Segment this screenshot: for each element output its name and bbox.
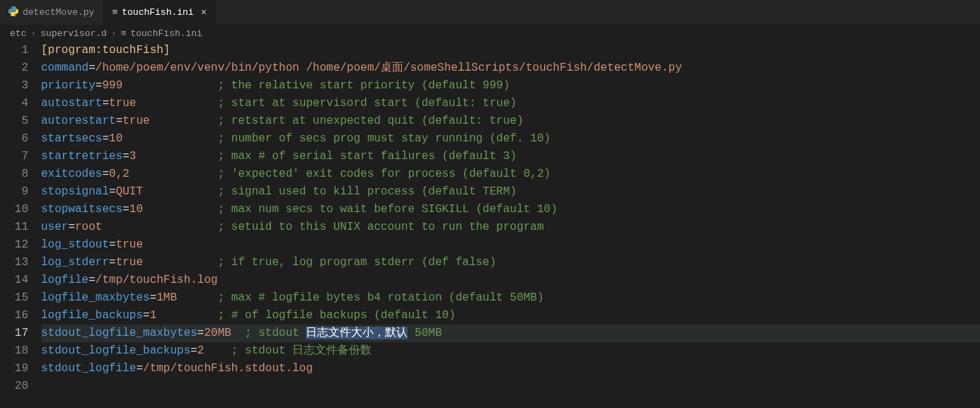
- ini-key: log_stderr: [41, 256, 109, 269]
- code-line[interactable]: autorestart=true ; retstart at unexpecte…: [41, 112, 980, 130]
- ini-value: true: [116, 238, 143, 251]
- ini-comment: ; start at supervisord start (default: t…: [218, 97, 517, 110]
- close-icon[interactable]: ×: [201, 7, 207, 18]
- equals: =: [68, 221, 75, 233]
- equals: =: [122, 150, 129, 163]
- line-number: 20: [0, 378, 28, 395]
- code-line[interactable]: startretries=3 ; max # of serial start f…: [41, 148, 980, 165]
- breadcrumb-segment[interactable]: supervisor.d: [40, 28, 107, 39]
- line-number: 5: [0, 112, 28, 130]
- editor-tabs: detectMove.py ≡ touchFish.ini ×: [0, 0, 980, 25]
- code-line[interactable]: stdout_logfile_maxbytes=20MB ; stdout 日志…: [41, 325, 980, 342]
- ini-value: QUIT: [116, 185, 143, 198]
- ini-key: stopsignal: [41, 185, 109, 198]
- padding: [136, 97, 217, 110]
- line-number: 9: [0, 183, 28, 201]
- padding: [204, 344, 231, 357]
- code-line[interactable]: stopsignal=QUIT ; signal used to kill pr…: [41, 183, 980, 201]
- chevron-right-icon: ›: [111, 28, 117, 39]
- ini-value: 20MB: [204, 327, 231, 339]
- equals: =: [136, 362, 143, 375]
- code-line[interactable]: user=root ; setuid to this UNIX account …: [41, 218, 980, 236]
- ini-value: 10: [109, 132, 122, 145]
- line-number: 16: [0, 307, 28, 325]
- code-line[interactable]: log_stderr=true ; if true, log program s…: [41, 254, 980, 272]
- ini-comment: ; max # logfile bytes b4 rotation (defau…: [218, 291, 544, 304]
- code-line[interactable]: stdout_logfile_backups=2 ; stdout 日志文件备份…: [41, 342, 980, 360]
- padding: [122, 132, 217, 145]
- ini-value: /tmp/touchFish.log: [96, 274, 218, 286]
- ini-key: log_stdout: [41, 238, 109, 251]
- line-number: 10: [0, 201, 28, 218]
- padding: [143, 185, 218, 198]
- equals: =: [109, 238, 116, 251]
- ini-value: 2: [197, 344, 204, 357]
- ini-key: stopwaitsecs: [41, 203, 122, 216]
- ini-value: 1MB: [156, 291, 177, 304]
- breadcrumb: etc › supervisor.d › ≡ touchFish.ini: [0, 25, 980, 42]
- code-line[interactable]: stdout_logfile=/tmp/touchFish.stdout.log: [41, 360, 980, 378]
- padding: [177, 291, 218, 304]
- equals: =: [197, 327, 204, 339]
- code-line[interactable]: log_stdout=true: [41, 236, 980, 254]
- ini-value: 10: [129, 203, 143, 216]
- equals: =: [88, 62, 96, 74]
- code-line[interactable]: logfile_maxbytes=1MB ; max # logfile byt…: [41, 289, 980, 307]
- ini-value: 0,2: [109, 168, 129, 180]
- equals: =: [102, 132, 109, 145]
- ini-comment: ; retstart at unexpected quit (default: …: [218, 115, 524, 127]
- tab-detectmove[interactable]: detectMove.py: [0, 0, 103, 25]
- ini-value: true: [122, 115, 149, 127]
- ini-value: /home/poem/env/venv/bin/python /home/poe…: [96, 62, 682, 74]
- equals: =: [109, 256, 116, 269]
- ini-comment: ; max # of serial start failures (defaul…: [218, 150, 517, 163]
- code-line[interactable]: logfile_backups=1 ; # of logfile backups…: [41, 307, 980, 325]
- tab-touchfish[interactable]: ≡ touchFish.ini ×: [103, 0, 216, 25]
- line-number: 17: [0, 325, 28, 342]
- ini-comment: ; setuid to this UNIX account to run the…: [218, 221, 544, 233]
- ini-comment: ; max num secs to wait before SIGKILL (d…: [218, 203, 558, 216]
- ini-value: true: [116, 256, 143, 269]
- code-content[interactable]: [program:touchFish] command=/home/poem/e…: [41, 42, 980, 395]
- code-editor[interactable]: 1 2 3 4 5 6 7 8 9 10 11 12 13 14 15 16 1…: [0, 42, 980, 395]
- tab-label: touchFish.ini: [122, 7, 193, 18]
- breadcrumb-segment[interactable]: etc: [10, 28, 26, 39]
- equals: =: [96, 79, 103, 92]
- ini-file-icon: ≡: [112, 7, 117, 18]
- ini-value: /tmp/touchFish.stdout.log: [143, 362, 313, 375]
- line-number: 3: [0, 77, 28, 95]
- code-line[interactable]: logfile=/tmp/touchFish.log: [41, 272, 980, 289]
- padding: [102, 221, 217, 233]
- ini-value: root: [75, 221, 102, 233]
- line-number: 6: [0, 130, 28, 148]
- code-line[interactable]: [41, 378, 980, 395]
- padding: [136, 150, 217, 163]
- equals: =: [116, 115, 123, 127]
- line-number: 2: [0, 59, 28, 77]
- equals: =: [88, 274, 96, 286]
- ini-value: 999: [102, 79, 122, 92]
- tab-label: detectMove.py: [23, 7, 94, 18]
- ini-key: startsecs: [41, 132, 102, 145]
- code-line[interactable]: startsecs=10 ; number of secs prog must …: [41, 130, 980, 148]
- ini-comment: ; number of secs prog must stay running …: [218, 132, 550, 145]
- breadcrumb-segment[interactable]: touchFish.ini: [130, 28, 202, 39]
- ini-comment: ; the relative start priority (default 9…: [218, 79, 510, 92]
- equals: =: [150, 291, 157, 304]
- padding: [156, 309, 217, 322]
- code-line[interactable]: command=/home/poem/env/venv/bin/python /…: [41, 59, 980, 77]
- ini-key: priority: [41, 79, 96, 92]
- code-line[interactable]: stopwaitsecs=10 ; max num secs to wait b…: [41, 201, 980, 218]
- code-line[interactable]: [program:touchFish]: [41, 42, 980, 59]
- padding: [231, 327, 245, 339]
- ini-key: logfile_maxbytes: [41, 291, 150, 304]
- equals: =: [190, 344, 197, 357]
- code-line[interactable]: exitcodes=0,2 ; 'expected' exit codes fo…: [41, 165, 980, 183]
- code-line[interactable]: autostart=true ; start at supervisord st…: [41, 95, 980, 112]
- ini-key: command: [41, 62, 88, 74]
- ini-key: user: [41, 221, 68, 233]
- code-line[interactable]: priority=999 ; the relative start priori…: [41, 77, 980, 95]
- ini-key: stdout_logfile: [41, 362, 136, 375]
- line-number: 4: [0, 95, 28, 112]
- ini-file-icon: ≡: [121, 28, 127, 39]
